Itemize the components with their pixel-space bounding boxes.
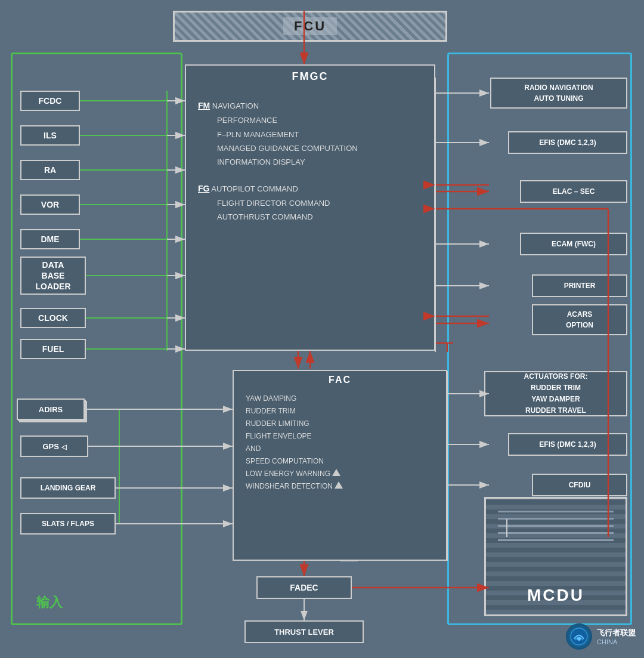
fcu-box: FCU xyxy=(173,11,447,42)
fac-low-energy: LOW ENERGY WARNING xyxy=(246,468,434,480)
clock-box: CLOCK xyxy=(20,308,86,328)
slats-flaps-box: SLATS / FLAPS xyxy=(20,513,116,535)
fuel-box: FUEL xyxy=(20,339,86,359)
landing-gear-label: LANDING GEAR xyxy=(41,484,96,492)
ecam-label: ECAM (FWC) xyxy=(552,240,596,248)
efis1-box: EFIS (DMC 1,2,3) xyxy=(508,131,627,154)
dme-box: DME xyxy=(20,229,80,249)
clock-label: CLOCK xyxy=(38,313,68,323)
fadec-label: FADEC xyxy=(290,583,318,592)
efis2-label: EFIS (DMC 1,2,3) xyxy=(539,440,596,449)
fcdc-label: FCDC xyxy=(39,96,62,106)
fac-rudder-trim: RUDDER TRIM xyxy=(246,405,434,418)
acars-box: ACARSOPTION xyxy=(532,304,627,335)
fac-box: FAC YAW DAMPING RUDDER TRIM RUDDER LIMIT… xyxy=(233,370,447,561)
dme-label: DME xyxy=(41,234,59,244)
cfdiu-label: CFDIU xyxy=(569,481,591,489)
radio-nav-box: RADIO NAVIGATIONAUTO TUNING xyxy=(490,78,627,109)
fac-yaw: YAW DAMPING xyxy=(246,393,434,405)
watermark-sub: CHINA xyxy=(597,638,636,645)
adirs-label: ADIRS xyxy=(39,405,63,414)
fmgc-info: INFORMATION DISPLAY xyxy=(217,157,305,166)
fmgc-content: FM NAVIGATION PERFORMANCE F–PLN MANAGEME… xyxy=(186,88,434,235)
mcdu-box: MCDU xyxy=(484,497,627,616)
actuators-label: ACTUATORS FOR:RUDDER TRIMYAW DAMPERRUDDE… xyxy=(524,371,588,417)
fmgc-box: FMGC FM NAVIGATION PERFORMANCE F–PLN MAN… xyxy=(185,64,435,351)
efis1-label: EFIS (DMC 1,2,3) xyxy=(539,138,596,147)
fmgc-guidance: MANAGED GUIDANCE COMPUTATION xyxy=(217,144,358,153)
fcdc-box: FCDC xyxy=(20,91,80,111)
svg-point-64 xyxy=(577,637,581,641)
fac-content: YAW DAMPING RUDDER TRIM RUDDER LIMITING … xyxy=(234,389,446,496)
fcu-label: FCU xyxy=(283,17,337,35)
fmgc-title: FMGC xyxy=(186,66,434,88)
printer-box: PRINTER xyxy=(532,274,627,297)
thrust-lever-label: THRUST LEVER xyxy=(274,628,334,637)
fmgc-fm-label: FM xyxy=(198,101,210,110)
fmgc-fpln: F–PLN MANAGEMENT xyxy=(217,130,299,139)
watermark-icon xyxy=(566,623,592,650)
landing-gear-box: LANDING GEAR xyxy=(20,477,116,499)
fadec-box: FADEC xyxy=(256,576,352,599)
fuel-label: FUEL xyxy=(42,344,64,354)
gps-label: GPS ◁ xyxy=(42,442,66,451)
actuators-box: ACTUATORS FOR:RUDDER TRIMYAW DAMPERRUDDE… xyxy=(484,371,627,416)
thrust-lever-box: THRUST LEVER xyxy=(244,620,364,643)
ra-label: RA xyxy=(44,165,56,175)
diagram-container: FCU 输入 FMGC FM NAVIGATION PERFORMANCE F–… xyxy=(0,0,644,658)
watermark: 飞行者联盟 CHINA xyxy=(566,623,636,650)
fmgc-fg-section: FG AUTOPILOT COMMAND FLIGHT DIRECTOR COM… xyxy=(198,181,422,224)
mcdu-label: MCDU xyxy=(527,586,584,605)
printer-label: PRINTER xyxy=(564,282,596,290)
fmgc-performance: PERFORMANCE xyxy=(217,116,277,125)
vor-label: VOR xyxy=(41,200,59,209)
fmgc-fg-label: FG xyxy=(198,184,209,193)
ra-box: RA xyxy=(20,160,80,180)
watermark-text-block: 飞行者联盟 CHINA xyxy=(597,628,636,645)
fmgc-autopilot: AUTOPILOT COMMAND xyxy=(211,184,298,193)
fac-flight-env: FLIGHT ENVELOPE xyxy=(246,430,434,443)
fac-windshear: WINDSHEAR DETECTION xyxy=(246,480,434,493)
database-box: DATABASELOADER xyxy=(20,257,86,295)
fac-rudder-lim: RUDDER LIMITING xyxy=(246,418,434,430)
vor-box: VOR xyxy=(20,194,80,215)
watermark-name: 飞行者联盟 xyxy=(597,628,636,638)
elac-sec-label: ELAC – SEC xyxy=(553,187,595,196)
ils-box: ILS xyxy=(20,125,80,146)
fmgc-flight-dir: FLIGHT DIRECTOR COMMAND xyxy=(217,199,330,208)
fac-speed-comp: SPEED COMPUTATION xyxy=(246,455,434,468)
fac-title: FAC xyxy=(234,371,446,389)
green-label: 输入 xyxy=(36,594,63,611)
slats-flaps-label: SLATS / FLAPS xyxy=(42,520,94,528)
ecam-box: ECAM (FWC) xyxy=(520,233,627,255)
fmgc-fm-section: FM NAVIGATION PERFORMANCE F–PLN MANAGEME… xyxy=(198,98,422,169)
radio-nav-label: RADIO NAVIGATIONAUTO TUNING xyxy=(524,82,593,104)
database-label: DATABASELOADER xyxy=(35,260,70,292)
fmgc-navigation: NAVIGATION xyxy=(212,101,259,110)
elac-sec-box: ELAC – SEC xyxy=(520,180,627,203)
ils-label: ILS xyxy=(44,131,57,140)
svg-point-63 xyxy=(571,628,587,645)
cfdiu-box: CFDIU xyxy=(532,474,627,496)
fmgc-autothrust: AUTOTHRUST COMMAND xyxy=(217,212,313,221)
efis2-box: EFIS (DMC 1,2,3) xyxy=(508,433,627,456)
fac-and: AND xyxy=(246,443,434,455)
gps-box: GPS ◁ xyxy=(20,435,88,457)
acars-label: ACARSOPTION xyxy=(566,309,593,330)
